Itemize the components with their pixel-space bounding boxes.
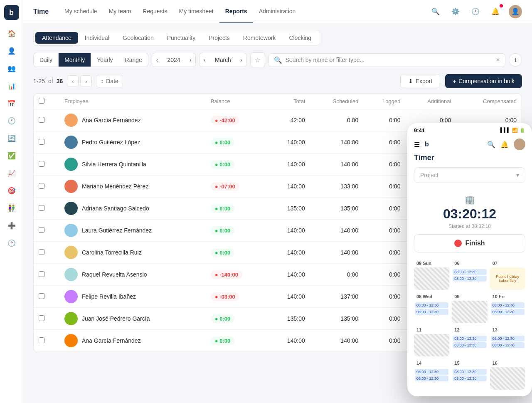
sidebar-icon-target[interactable]: 🎯 [4, 183, 19, 198]
mobile-logo-icon[interactable]: b [425, 141, 429, 148]
tab-attendance[interactable]: Attendance [35, 32, 78, 44]
sort-button[interactable]: ↕ Date [96, 75, 123, 87]
sidebar-icon-history[interactable]: 🔄 [4, 131, 19, 146]
total-time: 140:00 [268, 176, 310, 198]
compensation-button[interactable]: + Compensation in bulk [445, 74, 522, 88]
employee-avatar [64, 334, 78, 347]
sidebar-icon-clock[interactable]: 🕐 [4, 113, 19, 128]
row-checkbox[interactable] [39, 183, 44, 189]
sidebar-icon-add-person[interactable]: ➕ [4, 218, 19, 233]
compensation-label: Compensation in bulk [458, 78, 515, 84]
scheduled-time: 140:00 [310, 220, 363, 242]
cal-slot: 08:00 - 12:30 [415, 369, 448, 375]
nav-administration[interactable]: Administration [253, 0, 302, 23]
sidebar-icon-analytics[interactable]: 📈 [4, 166, 19, 180]
year-next[interactable]: › [185, 53, 196, 67]
info-button[interactable]: ℹ [509, 53, 522, 67]
row-checkbox[interactable] [39, 249, 44, 255]
tab-punctuality[interactable]: Punctuality [160, 32, 202, 44]
calendar-day[interactable]: 13 08:00 - 12:3008:00 - 12:30 [490, 326, 525, 356]
page-next[interactable]: › [80, 75, 92, 87]
row-checkbox[interactable] [39, 337, 44, 343]
row-checkbox[interactable] [39, 227, 44, 233]
sidebar-icon-group[interactable]: 👥 [4, 61, 19, 76]
row-checkbox[interactable] [39, 117, 44, 123]
calendar-day[interactable]: 16 [490, 359, 525, 390]
nav-reports[interactable]: Reports [219, 0, 253, 23]
tab-geolocation[interactable]: Geolocation [116, 32, 160, 44]
calendar-day[interactable]: 11 [414, 326, 449, 356]
period-monthly[interactable]: Monthly [59, 53, 91, 67]
search-clear-button[interactable]: ✕ [496, 57, 500, 63]
mobile-menu-icon[interactable]: ☰ [414, 141, 420, 148]
period-daily[interactable]: Daily [34, 53, 59, 67]
total-time: 140:00 [268, 264, 310, 286]
mobile-avatar[interactable] [514, 138, 525, 150]
page-prev[interactable]: ‹ [67, 75, 79, 87]
sidebar-icon-person[interactable]: 👤 [4, 43, 19, 58]
calendar-day[interactable]: 10 Fri 08:00 - 12:3008:00 - 12:30 [490, 292, 525, 323]
row-checkbox[interactable] [39, 315, 44, 321]
nav-links: My schedule My team Requests My timeshee… [59, 0, 429, 23]
export-label: Export [416, 78, 432, 84]
employee-info: Carolina Torrecilla Ruiz [64, 246, 201, 259]
nav-requests[interactable]: Requests [137, 0, 173, 23]
nav-my-team[interactable]: My team [103, 0, 137, 23]
cal-slot: 08:00 - 12:30 [453, 336, 486, 341]
year-label: 2024 [163, 53, 185, 67]
tab-clocking[interactable]: Clocking [282, 32, 318, 44]
select-all-checkbox[interactable] [39, 98, 44, 104]
logged-time: 0:00 [363, 308, 405, 330]
balance-badge: ● 0:00 [211, 314, 234, 323]
month-next[interactable]: › [236, 53, 246, 67]
row-checkbox[interactable] [39, 293, 44, 299]
nav-my-schedule[interactable]: My schedule [59, 0, 103, 23]
export-button[interactable]: ⬇ Export [400, 74, 440, 88]
row-checkbox[interactable] [39, 205, 44, 211]
cal-hatched [452, 301, 487, 323]
row-checkbox[interactable] [39, 139, 44, 145]
total-time: 140:00 [268, 220, 310, 242]
settings-icon[interactable]: ⚙️ [449, 5, 462, 18]
search-icon[interactable]: 🔍 [429, 5, 442, 18]
user-avatar[interactable]: 👤 [509, 5, 522, 18]
finish-icon [454, 240, 462, 247]
tab-remotework[interactable]: Remotework [236, 32, 283, 44]
tab-individual[interactable]: Individual [78, 32, 116, 44]
row-checkbox[interactable] [39, 161, 44, 167]
tab-projects[interactable]: Projects [202, 32, 236, 44]
nav-my-timesheet[interactable]: My timesheet [173, 0, 219, 23]
calendar-day[interactable]: 06 08:00 - 12:3008:00 - 12:30 [452, 259, 487, 290]
month-prev[interactable]: ‹ [200, 53, 210, 67]
sidebar-icon-people[interactable]: 👫 [4, 200, 19, 215]
sidebar-icon-calendar[interactable]: 📅 [4, 96, 19, 111]
period-yearly[interactable]: Yearly [91, 53, 119, 67]
help-icon[interactable]: 🕐 [469, 5, 482, 18]
sidebar-icon-chart[interactable]: 📊 [4, 78, 19, 93]
calendar-day[interactable]: 09 [452, 292, 487, 323]
period-range[interactable]: Range [119, 53, 148, 67]
row-checkbox[interactable] [39, 271, 44, 277]
year-prev[interactable]: ‹ [152, 53, 163, 67]
finish-button[interactable]: Finish [414, 234, 525, 252]
calendar-day[interactable]: 08 Wed 08:00 - 12:3008:00 - 12:30 [414, 292, 449, 323]
calendar-day[interactable]: 15 08:00 - 12:3008:00 - 12:30 [452, 359, 487, 390]
notification-icon[interactable]: 🔔 [489, 5, 502, 18]
logged-time: 0:00 [363, 242, 405, 264]
sidebar-icon-check[interactable]: ✅ [4, 148, 19, 163]
calendar-day[interactable]: 12 08:00 - 12:3008:00 - 12:30 [452, 326, 487, 356]
mobile-notification-icon[interactable]: 🔔 [500, 141, 509, 148]
scheduled-time: 0:00 [310, 109, 363, 131]
app-logo[interactable]: b [4, 5, 19, 20]
search-input[interactable] [286, 57, 493, 63]
sidebar-icon-home[interactable]: 🏠 [4, 26, 19, 41]
calendar-day[interactable]: 07 Public holidayLabor Day [490, 259, 525, 290]
calendar-day[interactable]: 14 08:00 - 12:3008:00 - 12:30 [414, 359, 449, 390]
calendar-day[interactable]: 09 Sun [414, 259, 449, 290]
project-selector[interactable]: Project ▾ [414, 167, 525, 183]
sidebar-icon-recent[interactable]: 🕑 [4, 235, 19, 250]
total-time: 135:00 [268, 308, 310, 330]
export-icon: ⬇ [408, 78, 413, 84]
favorite-button[interactable]: ☆ [250, 52, 265, 67]
mobile-search-icon[interactable]: 🔍 [487, 141, 495, 148]
